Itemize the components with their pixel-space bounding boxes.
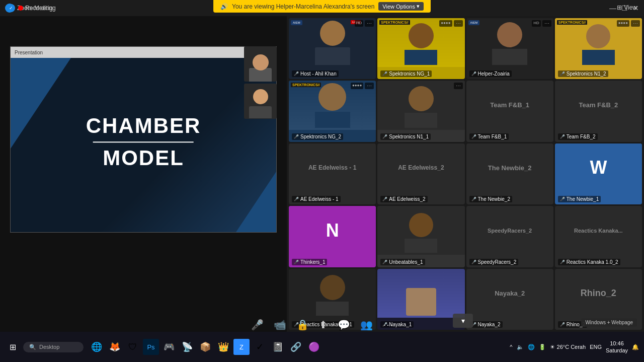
firefox-icon[interactable]: 🦊 xyxy=(107,339,123,355)
self-view-1 xyxy=(244,46,277,82)
network-icon[interactable]: 🌐 xyxy=(528,344,535,350)
mute-button[interactable]: 🎤 xyxy=(251,319,264,331)
participant-tile-newbie2[interactable]: The Newbie_2 🎤 The Newbie_2 xyxy=(466,143,553,204)
chamber-text: CHAMBER MODEL xyxy=(86,114,201,170)
clock: 10:46 Saturday xyxy=(606,340,628,354)
view-button[interactable]: ⊞ View xyxy=(617,4,637,11)
rhino2-display: Rhino_2 xyxy=(581,288,616,299)
triangle-left xyxy=(11,58,71,149)
slide-titlebar: Presentation _ □ × xyxy=(11,47,276,58)
tile-header-ng1: ●●●● ⋯ xyxy=(439,20,462,27)
participant-tile-host[interactable]: AIEM UCSI HD ⋯ 🎤 Host - Ahil Khan xyxy=(289,18,376,79)
self-person-2 xyxy=(244,84,277,119)
tile-header-ng2: ●●●● ⋯ xyxy=(351,83,374,89)
slide-title-line1: CHAMBER xyxy=(86,114,201,137)
participant-tile-speedy[interactable]: SpeedyRacers_2 🎤 SpeedyRacers_2 xyxy=(466,206,553,267)
nayaka2-display: Nayaka_2 xyxy=(495,289,525,297)
participant-tile-thinkers[interactable]: N 🎤 Thinkers_1 xyxy=(289,206,376,267)
participant-tile-fb1[interactable]: Team F&B_1 🎤 Team F&B_1 xyxy=(466,81,553,141)
share-banner: 🔊 You are viewing Helper-Marcelina Alexa… xyxy=(213,0,431,13)
tile-name-reactics: 🎤 Reactics Kanaka 1.0_2 xyxy=(558,259,620,265)
ae1-display: AE Edelweiss - 1 xyxy=(308,164,356,171)
search-bar[interactable]: 🔍 Desktop xyxy=(23,342,84,352)
slide-divider xyxy=(93,141,194,142)
participant-tile-n1-1[interactable]: ⋯ 🎤 Spektronics N1_1 xyxy=(377,81,464,141)
system-tray: ^ 🔈 🌐 🔋 ☀ 26°C Cerah ENG 10:46 Saturday … xyxy=(510,340,639,354)
weather-block: ☀ 26°C Cerah xyxy=(550,344,586,350)
tile-name-newbie2: 🎤 The Newbie_2 xyxy=(469,196,512,202)
shield-icon[interactable]: 🛡 xyxy=(125,339,141,355)
slide-title-line2: MODEL xyxy=(86,147,201,170)
more-button[interactable]: ⋯ xyxy=(383,319,393,331)
participants-grid: AIEM UCSI HD ⋯ 🎤 Host - Ahil Khan SPEKTR… xyxy=(287,16,644,332)
link-icon[interactable]: 🔗 xyxy=(288,339,304,355)
participant-tile-reactics[interactable]: Reactics Kanaka... 🎤 Reactics Kanaka 1.0… xyxy=(555,206,642,267)
volume-icon[interactable]: 🔈 xyxy=(517,344,524,350)
security-button[interactable]: 🔒 xyxy=(296,319,309,331)
view-options-button[interactable]: View Options ▾ xyxy=(378,2,424,11)
participant-tile-nayaka2[interactable]: Nayaka_2 🎤 Nayaka_2 xyxy=(466,269,553,330)
check-app-icon[interactable]: ✓ xyxy=(252,339,268,355)
tile-name-host: 🎤 Host - Ahil Khan xyxy=(292,70,339,77)
crown-icon[interactable]: 👑 xyxy=(215,339,231,355)
share-banner-text: You are viewing Helper-Marcelina Alexand… xyxy=(232,3,374,10)
tray-arrow[interactable]: ^ xyxy=(510,344,512,350)
tile-name-n1-2: 🎤 Spektronics N1_2 xyxy=(558,70,608,77)
self-view-container xyxy=(244,46,277,119)
slide-window: Presentation _ □ × CHAMBER MODEL xyxy=(10,46,277,233)
teams-icon[interactable]: 🟣 xyxy=(306,339,322,355)
tile-header-host: HD ⋯ xyxy=(355,20,374,27)
triangle-right xyxy=(236,172,276,232)
start-button[interactable]: ⊞ xyxy=(5,339,20,354)
self-person-1 xyxy=(244,46,277,82)
main-content: Presentation _ □ × CHAMBER MODEL xyxy=(0,16,644,332)
edge-icon[interactable]: 🌐 xyxy=(89,339,105,355)
share-button[interactable]: ⬆ xyxy=(319,319,328,331)
tile-name-thinkers: 🎤 Thinkers_1 xyxy=(292,259,327,265)
recording-bar: Recording xyxy=(7,4,53,12)
participant-tile-ng1[interactable]: SPEKTRONICS// ●●●● ⋯ 🎤 Spektronics NG_1 xyxy=(377,18,464,79)
taskbar-apps: 🌐 🦊 🛡 Ps 🎮 📡 📦 👑 Z ✓ 📓 🔗 🟣 xyxy=(89,339,322,355)
participant-tile-newbie1[interactable]: W 🎤 The Newbie_1 xyxy=(555,143,642,204)
tile-name-ng2: 🎤 Spektronics NG_2 xyxy=(292,133,343,140)
participant-tile-n1-2[interactable]: SPEKTRONICS// ●●●● ⋯ 🎤 Spektronics N1_2 xyxy=(555,18,642,79)
minimize-button[interactable]: — xyxy=(609,4,616,12)
telegram-icon[interactable]: 📡 xyxy=(179,339,195,355)
onenote-icon[interactable]: 📓 xyxy=(270,339,286,355)
speedy-display: SpeedyRacers_2 xyxy=(488,228,532,234)
folder-icon[interactable]: 📦 xyxy=(197,339,213,355)
ae2-display: AE Edelweiss_2 xyxy=(398,164,444,171)
participant-tile-ae1[interactable]: AE Edelweiss - 1 🎤 AE Edelweiss - 1 xyxy=(289,143,376,204)
self-view-2 xyxy=(244,84,277,119)
participant-tile-ae2[interactable]: AE Edelweiss_2 🎤 AE Edelweiss_2 xyxy=(377,143,464,204)
weather-text: 26°C Cerah xyxy=(557,344,586,350)
search-icon: 🔍 xyxy=(29,344,36,350)
participant-tile-fb2[interactable]: Team F&B_2 🎤 Team F&B_2 xyxy=(555,81,642,141)
language-indicator[interactable]: ENG xyxy=(590,344,602,350)
participant-tile-zoairia[interactable]: AIEM HD ⋯ 🎤 Helper-Zoairia xyxy=(466,18,553,79)
battery-icon[interactable]: 🔋 xyxy=(539,344,546,350)
zoom-taskbar-icon[interactable]: Z xyxy=(233,339,250,355)
participant-tile-ng2[interactable]: SPEKTRONICS// ●●●● ⋯ 🎤 Spektronics NG_2 xyxy=(289,81,376,141)
scroll-down-button[interactable]: ▾ xyxy=(453,314,473,328)
slide-content: CHAMBER MODEL xyxy=(11,58,276,232)
tile-name-ae2: 🎤 AE Edelweiss_2 xyxy=(380,196,427,202)
tile-name-zoairia: 🎤 Helper-Zoairia xyxy=(469,70,512,77)
day: Saturday xyxy=(606,347,628,354)
video-button[interactable]: 📹 xyxy=(274,319,286,331)
fb2-display: Team F&B_2 xyxy=(579,101,618,109)
chat-button[interactable]: 💬 xyxy=(338,319,350,331)
participant-tile-unbeatables[interactable]: 🎤 Unbeatables_1 xyxy=(377,206,464,267)
time: 10:46 xyxy=(606,340,628,347)
tile-name-fb2: 🎤 Team F&B_2 xyxy=(558,133,598,140)
tile-name-fb1: 🎤 Team F&B_1 xyxy=(469,133,509,140)
tile-header-n1-1: ⋯ xyxy=(454,83,463,89)
photoshop-icon[interactable]: Ps xyxy=(143,339,159,355)
reactics-display: Reactics Kanaka... xyxy=(574,228,623,234)
game-icon[interactable]: 🎮 xyxy=(161,339,177,355)
tile-name-unbeatables: 🎤 Unbeatables_1 xyxy=(380,259,425,265)
participants-button[interactable]: 👥 xyxy=(360,319,373,331)
recording-label: Recording xyxy=(18,5,53,12)
notification-icon[interactable]: 🔔 xyxy=(632,344,639,350)
tile-name-ae1: 🎤 AE Edelweiss - 1 xyxy=(292,196,341,202)
